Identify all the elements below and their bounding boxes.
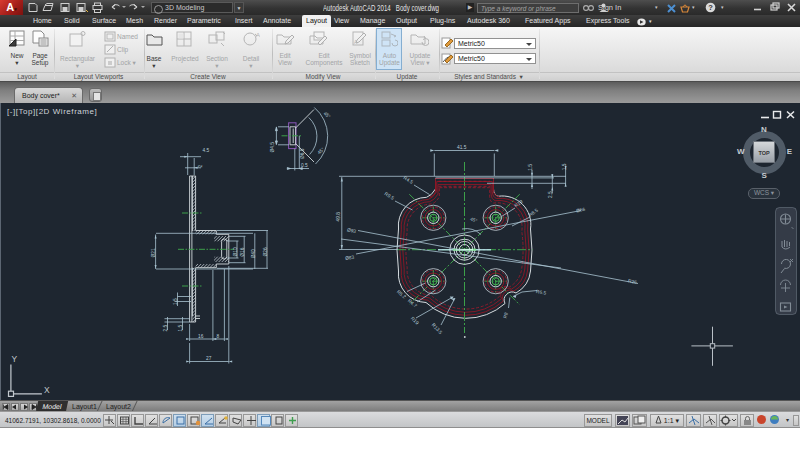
- svg-text:1.5: 1.5: [562, 163, 567, 170]
- svg-text:8: 8: [217, 334, 220, 339]
- svg-text:Ø16: Ø16: [240, 247, 245, 256]
- svg-text:0.5: 0.5: [301, 163, 308, 168]
- svg-text:1.5: 1.5: [178, 324, 183, 331]
- svg-text:Ø83: Ø83: [345, 254, 355, 261]
- svg-text:R19: R19: [514, 199, 524, 208]
- svg-text:R26: R26: [628, 278, 638, 285]
- svg-text:16: 16: [198, 334, 204, 339]
- svg-text:Ø40: Ø40: [251, 249, 256, 258]
- svg-text:4.5: 4.5: [203, 148, 210, 153]
- svg-text:Y: Y: [12, 354, 18, 364]
- svg-text:Ø10: Ø10: [233, 247, 238, 256]
- svg-text:Ø4.5: Ø4.5: [270, 142, 275, 153]
- svg-text:X: X: [44, 385, 50, 395]
- svg-text:A: A: [256, 32, 260, 38]
- svg-text:R8: R8: [503, 311, 510, 319]
- svg-text:?: ?: [708, 3, 713, 12]
- svg-text:Ø21: Ø21: [151, 248, 156, 257]
- svg-text:R8.5: R8.5: [528, 208, 539, 218]
- svg-text:1.5: 1.5: [173, 298, 178, 305]
- svg-text:1.5: 1.5: [528, 164, 533, 171]
- svg-text:45°: 45°: [469, 216, 478, 223]
- svg-text:R5.2: R5.2: [396, 289, 407, 300]
- svg-text:Ø93: Ø93: [347, 227, 357, 234]
- svg-text:R6.5: R6.5: [536, 289, 547, 296]
- svg-text:Ø66: Ø66: [576, 207, 586, 214]
- svg-text:2.5: 2.5: [548, 191, 553, 198]
- svg-text:2.5: 2.5: [163, 324, 168, 331]
- svg-text:45°: 45°: [317, 147, 326, 156]
- svg-text:R19: R19: [410, 316, 420, 326]
- svg-text:41.5: 41.5: [457, 145, 467, 150]
- svg-text:2: 2: [198, 165, 203, 168]
- svg-text:27: 27: [206, 356, 212, 361]
- svg-text:Ø6.5: Ø6.5: [300, 148, 305, 159]
- svg-text:Ø26: Ø26: [263, 247, 268, 256]
- svg-text:49.8: 49.8: [336, 212, 341, 222]
- svg-text:R4.7: R4.7: [407, 298, 418, 309]
- svg-text:R9.5: R9.5: [384, 191, 396, 201]
- svg-text:45°: 45°: [323, 111, 332, 120]
